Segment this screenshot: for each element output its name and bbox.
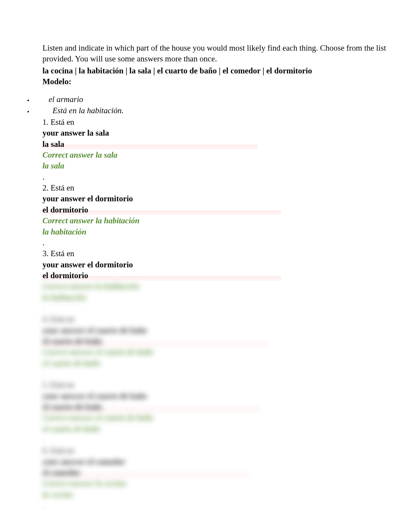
list-item: Está en la habitación. [33,105,410,116]
question-prompt: 5. Está en [42,379,410,390]
your-answer-label: your answer el cuarto de baño [42,391,410,401]
question-prompt: 1. Está en [42,117,410,127]
question-prompt: 3. Está en [42,248,410,259]
modelo-answer: Está en la habitación. [33,105,410,116]
period: . [42,500,410,511]
period: . [42,434,410,445]
correct-answer-label: Correct answer la habitación [42,215,410,226]
question-block: 4. Está en your answer el cuarto de baño… [42,314,410,379]
correct-answer-label: Correct answer el cuarto de baño [42,347,410,357]
list-item: el armario [33,94,410,105]
correct-answer-value: la habitación [42,226,410,237]
modelo-label: Modelo: [42,76,387,87]
period: . [42,237,410,248]
your-answer-label: your answer el dormitorio [42,259,410,270]
your-answer-value: el dormitorio [42,204,281,215]
question-prompt: 6. Está en [42,445,410,456]
correct-answer-label: Correct answer la habitación [42,281,410,292]
question-prompt: 4. Está en [42,314,410,325]
your-answer-value: el dormitorio [42,270,281,281]
correct-answer-label: Correct answer la sala [42,150,410,160]
correct-answer-label: Correct answer la cocina [42,478,410,489]
correct-answer-value: la cocina [42,489,410,500]
question-block: 2. Está en your answer el dormitorio el … [42,182,410,248]
correct-answer-value: la sala [42,160,410,171]
question-block: 3. Está en your answer el dormitorio el … [42,248,410,314]
question-block: 5. Está en your answer el cuarto de baño… [42,379,410,445]
question-block: 1. Está en your answer la sala la sala C… [42,117,410,182]
correct-answer-value: el cuarto de baño [42,358,410,369]
your-answer-value: el cuarto de baño [42,336,268,347]
period: . [42,172,410,182]
modelo-item: el armario [33,94,410,105]
period: . [42,369,410,379]
your-answer-value: el comedor [42,467,251,478]
instructions-text: Listen and indicate in which part of the… [42,42,387,65]
your-answer-label: your answer la sala [42,127,410,138]
your-answer-label: your answer el dormitorio [42,193,410,204]
correct-answer-value: el cuarto de baño [42,423,410,434]
your-answer-value: el cuarto de baño [42,401,261,412]
your-answer-value: la sala [42,139,258,150]
word-bank: la cocina | la habitación | la sala | el… [42,65,387,76]
question-block: 6. Está en your answer el comedor el com… [42,445,410,511]
correct-answer-label: Correct answer el cuarto de baño [42,412,410,423]
your-answer-label: your answer el cuarto de baño [42,325,410,336]
period: . [42,303,410,314]
question-prompt: 2. Está en [42,182,410,193]
correct-answer-value: la habitación [42,292,410,303]
your-answer-label: your answer el comedor [42,456,410,467]
